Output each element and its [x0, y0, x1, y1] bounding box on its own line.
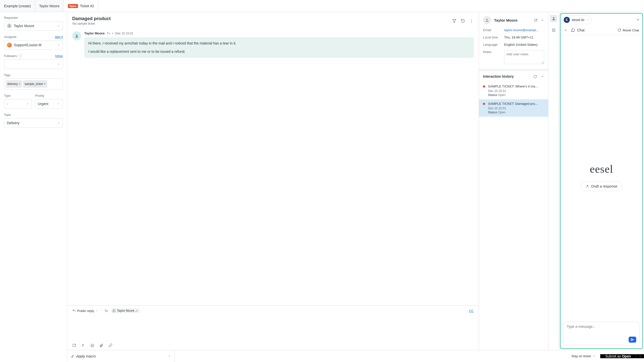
open-external-icon[interactable]	[534, 18, 538, 22]
svg-point-0	[9, 25, 10, 26]
type-value: -	[7, 102, 8, 106]
emoji-icon[interactable]	[90, 343, 94, 347]
avatar	[7, 42, 12, 48]
type-select[interactable]: -	[4, 99, 32, 109]
more-icon[interactable]	[469, 19, 474, 23]
chevron-down-icon	[26, 102, 29, 105]
expand-icon[interactable]	[636, 18, 639, 22]
stay-on-ticket-select[interactable]: Stay on ticket	[571, 354, 597, 358]
tags-input[interactable]: delivery × sample_ticket ×	[4, 78, 63, 89]
user-icon	[112, 309, 116, 313]
take-it-link[interactable]: take it	[55, 35, 63, 39]
attachment-icon[interactable]	[99, 343, 103, 347]
history-item-title: SAMPLE TICKET: Where's it ma...	[488, 84, 544, 88]
history-item[interactable]: SAMPLE TICKET: Where's it ma... Dec 10 1…	[479, 82, 548, 99]
email-label: Email	[483, 28, 501, 32]
tab-ticket-2[interactable]: Open Ticket #2	[64, 0, 98, 12]
reply-type-select[interactable]: Public reply	[72, 309, 98, 313]
svg-rect-19	[554, 30, 555, 31]
language-label: Language	[483, 43, 501, 47]
message: Taylor Moore • Dec 10 15:31 Hi there, I …	[72, 31, 474, 58]
draft-response-button[interactable]: Draft a response	[581, 182, 622, 191]
status-badge: Open	[68, 4, 78, 8]
to-recipient[interactable]: Taylor Moore	[111, 308, 140, 313]
followers-select[interactable]	[4, 59, 63, 69]
tabs-bar: Example (create) Taylor Moore Open Ticke…	[0, 0, 644, 12]
chat-tab-label: Chat	[577, 28, 585, 32]
reply-textarea[interactable]	[72, 318, 474, 339]
status-dot-icon	[483, 103, 485, 105]
localtime-label: Local time	[483, 35, 501, 39]
svg-rect-14	[552, 29, 553, 29]
svg-rect-20	[552, 31, 553, 32]
status-dot-icon	[483, 85, 485, 87]
history-item[interactable]: SAMPLE TICKET: Damaged pro... Dec 10 15:…	[479, 99, 548, 117]
refresh-icon[interactable]	[533, 75, 537, 78]
history-icon[interactable]	[461, 19, 465, 23]
user-app-icon[interactable]	[550, 15, 557, 22]
back-icon[interactable]	[564, 28, 568, 32]
apps-rail	[548, 12, 559, 350]
topic-value: Delivery	[7, 121, 20, 125]
cc-link[interactable]: CC	[469, 309, 474, 313]
svg-point-8	[91, 344, 94, 347]
follow-link[interactable]: follow	[55, 54, 63, 58]
svg-point-4	[471, 22, 472, 22]
field-label: Requester	[4, 16, 18, 20]
notes-textarea[interactable]	[504, 50, 544, 64]
assignee-select[interactable]: Support/Louise M	[4, 40, 63, 50]
message-paragraph: Hi there, I received my armchair today i…	[88, 41, 470, 46]
topic-field: Topic Delivery	[4, 113, 63, 128]
user-name: Taylor Moore	[494, 18, 531, 22]
submit-prefix: Submit as	[605, 354, 621, 358]
svg-point-2	[471, 19, 472, 20]
eesel-header-select[interactable]: E eesel AI	[562, 16, 592, 24]
apps-grid-icon[interactable]	[550, 27, 557, 34]
eesel-panel: E eesel AI	[560, 13, 643, 349]
remove-tag-icon[interactable]: ×	[44, 82, 46, 86]
tag-delivery: delivery ×	[6, 80, 22, 88]
tag-label: delivery	[7, 82, 18, 86]
chat-tab[interactable]: Chat	[571, 28, 585, 32]
tab-example-create[interactable]: Example (create)	[0, 0, 35, 12]
apply-macro-select[interactable]: Apply macro	[67, 350, 175, 362]
assignee-field: Assignee take it Support/Louise M	[4, 35, 63, 50]
notes-label: Notes	[483, 50, 501, 65]
apply-macro-label: Apply macro	[76, 354, 96, 358]
eesel-brand-text: eesel	[590, 163, 613, 175]
tag-label: sample_ticket	[24, 82, 43, 86]
svg-rect-18	[553, 30, 554, 31]
compose-expand-icon[interactable]	[72, 343, 76, 347]
collapse-icon[interactable]	[541, 18, 544, 22]
field-label: Priority	[35, 94, 44, 98]
bottom-bar: Apply macro Stay on ticket Submit as Ope…	[67, 350, 644, 362]
link-icon[interactable]	[108, 343, 112, 347]
history-item-status-value: Open	[498, 111, 505, 114]
eesel-message-input[interactable]	[567, 325, 636, 333]
tab-label: Taylor Moore	[39, 4, 60, 8]
submit-dropdown-button[interactable]	[636, 354, 644, 358]
priority-select[interactable]: Urgent	[35, 99, 63, 109]
edit-icon[interactable]	[135, 309, 138, 312]
requester-select[interactable]: Taylor Moore	[4, 21, 63, 31]
chevron-down-icon	[57, 63, 60, 66]
reply-type-label: Public reply	[77, 309, 94, 313]
text-format-icon[interactable]	[81, 343, 85, 347]
priority-value: Urgent	[38, 102, 48, 106]
avatar	[72, 31, 81, 40]
topic-select[interactable]: Delivery	[4, 118, 63, 128]
tab-taylor-moore[interactable]: Taylor Moore	[35, 0, 64, 12]
message-author: Taylor Moore	[84, 31, 105, 35]
email-value[interactable]: taylor.moore@exampl...	[504, 28, 544, 32]
reset-chat-button[interactable]: Reset Chat	[618, 28, 639, 32]
submit-button[interactable]: Submit as Open	[600, 354, 636, 358]
filter-icon[interactable]	[452, 19, 457, 23]
ticket-properties-sidebar: Requester Taylor Moore Assignee take it …	[0, 12, 67, 362]
remove-tag-icon[interactable]: ×	[19, 82, 20, 86]
collapse-icon[interactable]	[541, 75, 544, 78]
send-button[interactable]	[629, 337, 636, 343]
reply-icon[interactable]	[107, 32, 110, 35]
avatar	[483, 16, 491, 24]
info-icon[interactable]: i	[18, 54, 22, 58]
tag-sample-ticket: sample_ticket ×	[23, 80, 47, 88]
